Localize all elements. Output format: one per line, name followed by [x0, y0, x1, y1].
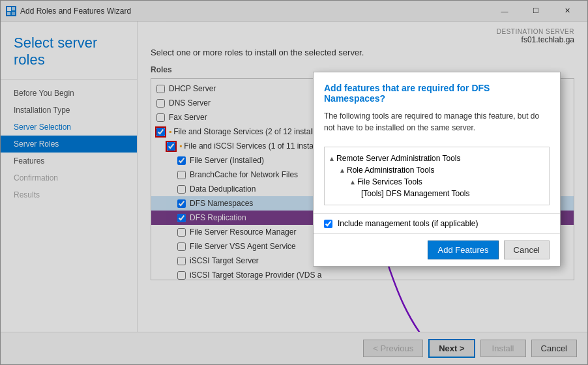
tree-item: ▴ Remote Server Administration Tools — [330, 153, 544, 164]
tree-label: Remote Server Administration Tools — [336, 154, 461, 163]
tree-label: Role Administration Tools — [347, 166, 435, 175]
modal-header: Add features that are required for DFS N… — [314, 72, 560, 147]
tree-item: ▴ Role Administration Tools — [330, 164, 544, 176]
modal-tree: ▴ Remote Server Administration Tools ▴ R… — [324, 147, 550, 205]
tree-item: ▴ File Services Tools — [330, 176, 544, 188]
tree-label: File Services Tools — [357, 177, 422, 186]
tree-item: [Tools] DFS Management Tools — [330, 188, 544, 199]
include-management-tools-row: Include management tools (if applicable) — [314, 213, 560, 233]
tree-arrow: ▴ — [330, 154, 334, 163]
include-management-tools-checkbox[interactable] — [324, 220, 332, 228]
modal-cancel-button[interactable]: Cancel — [504, 241, 550, 259]
include-management-tools-label: Include management tools (if applicable) — [338, 219, 478, 228]
add-features-button[interactable]: Add Features — [428, 241, 498, 259]
add-features-modal: Add features that are required for DFS N… — [313, 72, 561, 267]
tree-arrow: ▴ — [340, 166, 344, 175]
modal-description: The following tools are required to mana… — [324, 110, 550, 134]
tree-label: [Tools] DFS Management Tools — [361, 189, 470, 198]
tree-arrow: ▴ — [351, 177, 355, 186]
modal-buttons: Add Features Cancel — [314, 233, 560, 266]
modal-title: Add features that are required for DFS N… — [324, 83, 550, 104]
